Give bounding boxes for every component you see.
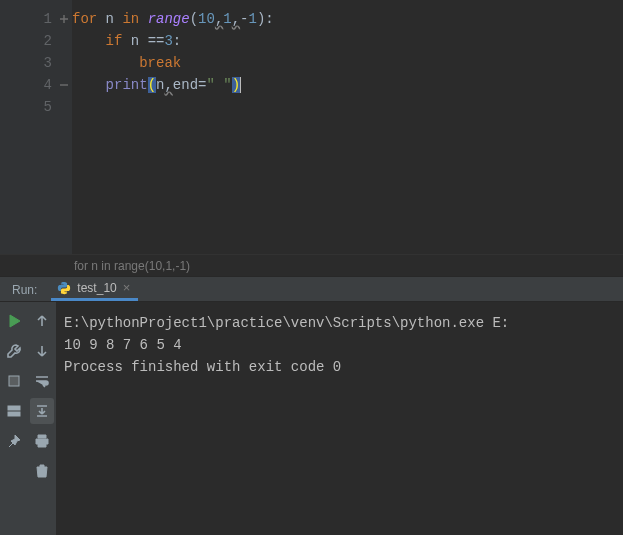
num-1: 1 [223, 11, 231, 27]
code-editor: 1 2 3 4 5 for n in range(10,1,-1): if n … [0, 0, 623, 254]
fn-print: print [106, 77, 148, 93]
num-3: 3 [164, 33, 172, 49]
num-1b: 1 [249, 11, 257, 27]
code-line-4[interactable]: print(n,end=" ") [72, 74, 623, 96]
console-line: E:\pythonProject1\practice\venv\Scripts\… [64, 312, 615, 334]
kwarg-end: end [173, 77, 198, 93]
down-arrow-icon[interactable] [30, 338, 54, 364]
keyword-break: break [139, 55, 181, 71]
builtin-range: range [148, 11, 190, 27]
comma: , [164, 77, 172, 93]
line-number-4: 4 [44, 74, 52, 96]
soft-wrap-icon[interactable] [30, 368, 54, 394]
caret-icon [240, 77, 241, 93]
console-line: 10 9 8 7 6 5 4 [64, 334, 615, 356]
stop-button[interactable] [2, 368, 26, 394]
code-area[interactable]: for n in range(10,1,-1): if n ==3: break… [72, 0, 623, 254]
line-number: 5 [0, 96, 72, 118]
colon: : [265, 11, 273, 27]
trash-icon[interactable] [30, 458, 54, 484]
run-tool-header: Run: test_10 × [0, 276, 623, 302]
colon: : [173, 33, 181, 49]
run-tab-label: test_10 [77, 281, 116, 295]
rparen-match: ) [232, 77, 240, 93]
console-output[interactable]: E:\pythonProject1\practice\venv\Scripts\… [56, 302, 623, 535]
code-line-1[interactable]: for n in range(10,1,-1): [72, 8, 623, 30]
code-line-3[interactable]: break [72, 52, 623, 74]
keyword-for: for [72, 11, 97, 27]
rerun-button[interactable] [2, 308, 26, 334]
breadcrumb[interactable]: for n in range(10,1,-1) [0, 254, 623, 276]
line-number-2: 2 [44, 30, 52, 52]
num-10: 10 [198, 11, 215, 27]
svg-rect-0 [9, 376, 19, 386]
keyword-in: in [122, 11, 139, 27]
var-n: n [97, 11, 122, 27]
svg-rect-1 [8, 406, 20, 410]
line-number: 4 [0, 74, 72, 96]
line-number: 3 [0, 52, 72, 74]
layout-icon[interactable] [2, 398, 26, 424]
string-space: " " [206, 77, 231, 93]
fold-end-icon[interactable] [58, 79, 70, 91]
comma: , [232, 11, 240, 27]
run-tool-left-column [0, 302, 28, 535]
print-icon[interactable] [30, 428, 54, 454]
fold-icon[interactable] [58, 13, 70, 25]
close-icon[interactable]: × [123, 280, 131, 295]
run-label: Run: [6, 279, 43, 301]
code-line-2[interactable]: if n ==3: [72, 30, 623, 52]
code-line-5[interactable] [72, 96, 623, 118]
scroll-to-end-icon[interactable] [30, 398, 54, 424]
keyword-if: if [106, 33, 123, 49]
run-tool-right-column [28, 302, 56, 535]
line-number: 1 [0, 8, 72, 30]
line-number-5: 5 [44, 96, 52, 118]
line-number: 2 [0, 30, 72, 52]
line-number-1: 1 [44, 8, 52, 30]
line-number-3: 3 [44, 52, 52, 74]
space [139, 11, 147, 27]
console-line: Process finished with exit code 0 [64, 356, 615, 378]
run-tool-body: E:\pythonProject1\practice\venv\Scripts\… [0, 302, 623, 535]
wrench-icon[interactable] [2, 338, 26, 364]
lparen-match: ( [148, 77, 156, 93]
python-icon [57, 281, 71, 295]
pin-icon[interactable] [2, 428, 26, 454]
lparen: ( [190, 11, 198, 27]
up-arrow-icon[interactable] [30, 308, 54, 334]
svg-rect-2 [8, 412, 20, 416]
editor-gutter: 1 2 3 4 5 [0, 0, 72, 254]
expr: n == [122, 33, 164, 49]
minus: - [240, 11, 248, 27]
run-tab[interactable]: test_10 × [51, 277, 138, 301]
